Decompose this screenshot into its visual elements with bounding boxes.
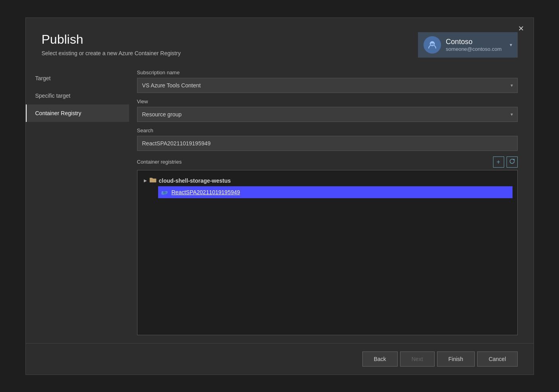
tree-group: ▶ cloud-shell-storage-westus — [137, 174, 517, 200]
search-label: Search — [137, 127, 518, 133]
registries-label: Container registries — [137, 159, 182, 165]
sidebar: Target Specific target Container Registr… — [26, 66, 129, 343]
dialog-subtitle: Select existing or create a new Azure Co… — [42, 50, 181, 56]
tree-child-item[interactable]: ReactSPA20211019195949 — [158, 186, 513, 198]
sidebar-item-target[interactable]: Target — [26, 70, 129, 87]
account-info: Contoso someone@contoso.com — [446, 38, 501, 52]
tree-children: ReactSPA20211019195949 — [142, 186, 513, 198]
dialog-footer: Back Next Finish Cancel — [26, 343, 534, 375]
account-icon — [424, 36, 441, 54]
add-registry-button[interactable]: + — [493, 156, 504, 168]
view-field-group: View Resource group ▾ — [137, 98, 518, 122]
next-button[interactable]: Next — [400, 351, 435, 367]
cloud-container-icon — [161, 188, 168, 196]
sidebar-item-specific-target[interactable]: Specific target — [26, 87, 129, 104]
subscription-label: Subscription name — [137, 70, 518, 75]
refresh-registries-button[interactable] — [507, 156, 518, 168]
subscription-field-group: Subscription name VS Azure Tools Content… — [137, 70, 518, 93]
account-badge[interactable]: Contoso someone@contoso.com ▾ — [418, 32, 517, 58]
account-chevron-icon: ▾ — [510, 42, 512, 48]
view-label: View — [137, 98, 518, 104]
dialog-header: Publish Select existing or create a new … — [26, 18, 534, 66]
back-button[interactable]: Back — [362, 351, 398, 367]
cancel-button[interactable]: Cancel — [477, 351, 518, 367]
tree-parent-item[interactable]: ▶ cloud-shell-storage-westus — [142, 175, 513, 186]
registry-item-label: ReactSPA20211019195949 — [172, 189, 240, 195]
svg-rect-6 — [162, 192, 166, 193]
finish-button[interactable]: Finish — [437, 351, 475, 367]
search-input[interactable] — [137, 136, 518, 151]
folder-icon — [149, 177, 157, 185]
dialog-title: Publish — [42, 32, 181, 47]
main-content: Target Specific target Container Registr… — [26, 66, 534, 343]
tree-parent-label: cloud-shell-storage-westus — [159, 178, 231, 184]
subscription-select[interactable]: VS Azure Tools Content — [137, 78, 518, 93]
account-name: Contoso — [446, 38, 501, 46]
form-area: Subscription name VS Azure Tools Content… — [129, 66, 534, 343]
refresh-icon — [509, 158, 515, 166]
registries-header: Container registries + — [137, 156, 518, 168]
svg-rect-1 — [431, 43, 434, 45]
search-field-group: Search — [137, 127, 518, 151]
registries-actions: + — [493, 156, 518, 168]
add-icon: + — [497, 158, 500, 166]
expand-chevron-icon: ▶ — [144, 178, 147, 183]
view-select-wrapper: Resource group ▾ — [137, 107, 518, 122]
account-email: someone@contoso.com — [446, 46, 501, 52]
publish-dialog: ✕ Publish Select existing or create a ne… — [25, 17, 534, 375]
registries-section: Container registries + — [137, 156, 518, 335]
sidebar-item-container-registry[interactable]: Container Registry — [26, 104, 129, 122]
view-select[interactable]: Resource group — [137, 107, 518, 122]
title-section: Publish Select existing or create a new … — [42, 32, 181, 56]
tree-view: ▶ cloud-shell-storage-westus — [137, 170, 518, 335]
close-button[interactable]: ✕ — [515, 23, 527, 35]
subscription-select-wrapper: VS Azure Tools Content ▾ — [137, 78, 518, 93]
